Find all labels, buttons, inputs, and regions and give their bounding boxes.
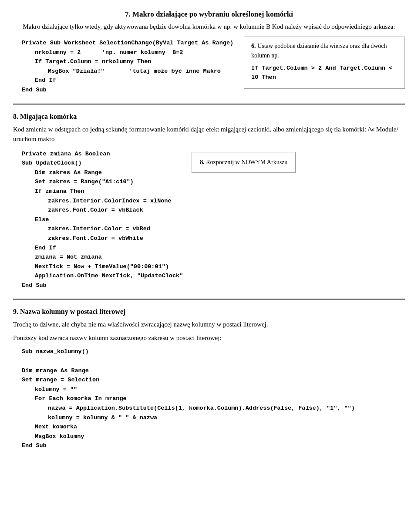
s8-line-1: Private zmiana As Boolean: [22, 149, 183, 159]
s9-line-4: Set mrange = Selection: [22, 375, 405, 385]
section9-intro2: Poniższy kod zwraca nazwy kolumn zaznacz…: [13, 333, 405, 343]
s8-line-14: Application.OnTime NextTick, "UpdateCloc…: [22, 271, 183, 281]
code-line-6: End Sub: [22, 85, 233, 95]
section-divider-2: [13, 299, 405, 300]
note8-text: Rozpocznij w NOWYM Arkuszu: [206, 159, 287, 165]
s9-line-8: kolumny = kolumny & " " & nazwa: [22, 413, 405, 423]
s9-line-10: MsgBox kolumny: [22, 432, 405, 441]
s8-line-6: zakres.Interior.ColorIndex = xlNone: [22, 196, 183, 206]
s8-line-8: Else: [22, 215, 183, 225]
section8-code: Private zmiana As Boolean Sub UpdateCloc…: [22, 149, 183, 290]
s8-line-10: zakres.Font.Color = vbWhite: [22, 234, 183, 243]
note6-code: If Target.Column > 2 And Target.Column <…: [251, 64, 398, 82]
section9-heading: 9. Nazwa kolumny w postaci literowej: [13, 306, 405, 317]
s8-line-3: Dim zakres As Range: [22, 168, 183, 178]
s8-line-12: zmiana = Not zmiana: [22, 253, 183, 262]
section7-note: 6. Ustaw podobne działanie dla wiersza o…: [244, 37, 405, 97]
s8-line-4: Set zakres = Range("A1:c10"): [22, 177, 183, 187]
section7-code: Private Sub Worksheet_SelectionChange(By…: [22, 38, 233, 95]
s8-line-11: End If: [22, 243, 183, 253]
s9-line-11: End Sub: [22, 441, 405, 451]
code-line-5: End If: [22, 76, 233, 85]
s9-line-6: For Each komorka In mrange: [22, 394, 405, 404]
page-subtitle: Makro działające tylko wtedy, gdy aktywo…: [13, 22, 405, 32]
s9-line-2: [22, 357, 405, 366]
section-divider-1: [13, 104, 405, 104]
section7-note-box: 6. Ustaw podobne działanie dla wiersza o…: [244, 37, 405, 89]
section8-note: 8. Rozpocznij w NOWYM Arkuszu: [192, 148, 405, 292]
page-title: 7. Makro działające po wybraniu określon…: [13, 9, 405, 20]
s9-line-3: Dim mrange As Range: [22, 366, 405, 376]
code-line-2: nrkolumny = 2 'np. numer kolumny B=2: [22, 48, 233, 57]
s8-line-7: zakres.Font.Color = vbBlack: [22, 205, 183, 215]
section8-heading: 8. Migająca komórka: [13, 111, 405, 122]
section8-note-box: 8. Rozpocznij w NOWYM Arkuszu: [192, 152, 296, 173]
section7-code-block: Private Sub Worksheet_SelectionChange(By…: [13, 37, 233, 97]
s9-line-5: kolumny = "": [22, 385, 405, 394]
code-line-1: Private Sub Worksheet_SelectionChange(By…: [22, 38, 233, 48]
section8-code-block: Private zmiana As Boolean Sub UpdateCloc…: [13, 148, 183, 292]
section7-main: Private Sub Worksheet_SelectionChange(By…: [13, 37, 405, 97]
s9-line-7: nazwa = Application.Substitute(Cells(1, …: [22, 404, 405, 413]
section9-block: 9. Nazwa kolumny w postaci literowej Tro…: [13, 306, 405, 451]
s8-line-15: End Sub: [22, 281, 183, 290]
code-line-4: MsgBox "Działa!" 'tutaj może być inne Ma…: [22, 67, 233, 76]
section9-code: Sub nazwa_kolumny() Dim mrange As Range …: [22, 347, 405, 451]
note6-text: Ustaw podobne działanie dla wiersza oraz…: [251, 43, 387, 59]
section8-layout: Private zmiana As Boolean Sub UpdateCloc…: [13, 148, 405, 292]
section8-block: 8. Migająca komórka Kod zmienia w odstęp…: [13, 111, 405, 292]
s8-line-5: If zmiana Then: [22, 187, 183, 196]
s8-line-13: NextTick = Now + TimeValue("00:00:01"): [22, 262, 183, 272]
s8-line-9: zakres.Interior.Color = vbRed: [22, 224, 183, 234]
s8-line-2: Sub UpdateClock(): [22, 158, 183, 168]
s9-line-9: Next komorka: [22, 422, 405, 432]
s9-line-1: Sub nazwa_kolumny(): [22, 347, 405, 357]
section9-intro1: Trochę to dziwne, ale chyba nie ma właśc…: [13, 320, 405, 330]
code-line-3: If Target.Column = nrkolumny Then: [22, 57, 233, 67]
note8-number: 8.: [200, 159, 205, 165]
section7-heading-block: 7. Makro działające po wybraniu określon…: [13, 9, 405, 31]
note6-number: 6.: [251, 43, 256, 49]
section8-intro: Kod zmienia w odstępach co jedną sekundę…: [13, 125, 405, 144]
